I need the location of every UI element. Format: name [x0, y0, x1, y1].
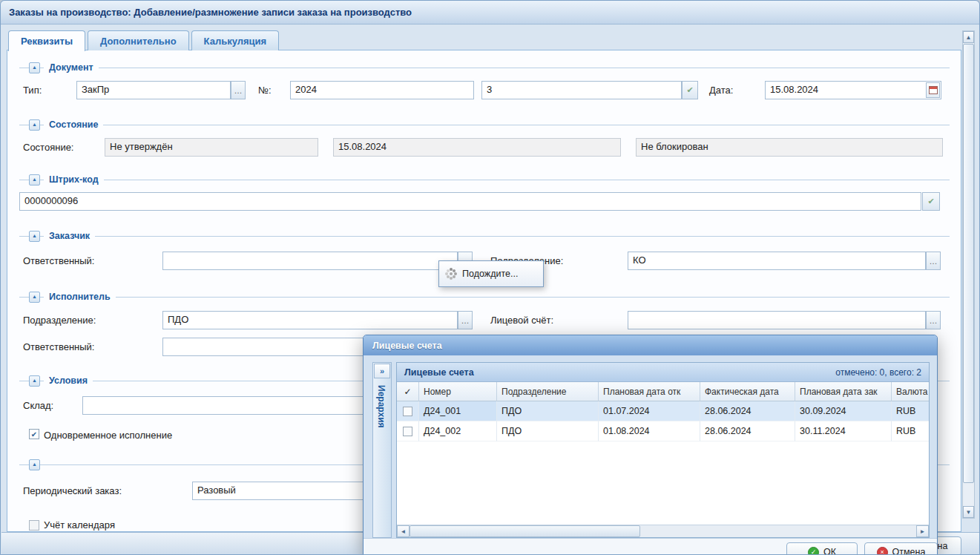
window-title: Заказы на производство: Добавление/размн…	[9, 7, 412, 18]
state-date-field: 15.08.2024	[333, 138, 621, 157]
table-row[interactable]: Д24_001 ПДО 01.07.2024 28.06.2024 30.09.…	[397, 401, 930, 421]
state-collapse-button[interactable]: ▲	[29, 119, 40, 131]
row-checkbox[interactable]	[403, 407, 412, 416]
accounts-panel: Лицевые счета отмечено: 0, всего: 2 ✓ Но…	[396, 362, 930, 538]
calendar-checkbox[interactable]	[29, 520, 39, 531]
scroll-right-button[interactable]: ►	[916, 525, 929, 537]
warehouse-label: Склад:	[23, 400, 53, 411]
customer-department-browse-button[interactable]: …	[926, 252, 941, 270]
state-label: Состояние:	[23, 142, 73, 153]
ok-button[interactable]: ✓ ОК	[786, 542, 858, 555]
column-header-currency[interactable]: Валюта	[892, 382, 930, 401]
collapse-up-icon: ▲	[32, 65, 37, 70]
executor-department-browse-button[interactable]: …	[458, 311, 473, 329]
cell-department: ПДО	[497, 421, 599, 441]
accounts-table-header: ✓ Номер Подразделение Плановая дата отк …	[397, 382, 930, 401]
conditions-collapse-button[interactable]: ▲	[29, 375, 40, 387]
scroll-left-button[interactable]: ◄	[397, 525, 410, 537]
collapse-up-icon: ▲	[32, 294, 37, 299]
barcode-apply-button[interactable]: ✔	[922, 192, 940, 211]
cell-currency: RUB	[892, 421, 930, 441]
column-header-department[interactable]: Подразделение	[497, 382, 599, 401]
collapse-up-icon: ▲	[32, 233, 37, 238]
simultaneous-checkbox[interactable]: ✔	[29, 429, 39, 439]
simultaneous-checkbox-label: Одновременное исполнение	[44, 430, 172, 441]
vertical-scrollbar-thumb[interactable]	[963, 44, 974, 483]
periodic-collapse-button[interactable]: ▲	[29, 459, 40, 470]
customer-group-line	[19, 236, 950, 237]
document-number-label: №:	[258, 85, 272, 96]
executor-account-label: Лицевой счёт:	[490, 315, 553, 326]
cell-plan-open: 01.08.2024	[599, 421, 700, 441]
calendar-icon	[929, 86, 938, 94]
cell-number: Д24_001	[419, 401, 497, 421]
accounts-dialog: Лицевые счета » Иерархия Лицевые счета о…	[363, 335, 938, 555]
document-type-browse-button[interactable]: …	[231, 81, 246, 99]
scroll-right-icon: ►	[920, 528, 926, 535]
cell-plan-close: 30.11.2024	[795, 421, 892, 441]
column-header-actual[interactable]: Фактическая дата	[700, 382, 795, 401]
scroll-down-button[interactable]: ▼	[963, 506, 974, 518]
ellipsis-icon: …	[461, 316, 470, 325]
document-number-apply-button[interactable]: ✔	[682, 81, 698, 99]
accounts-dialog-titlebar[interactable]: Лицевые счета	[364, 335, 937, 355]
document-number-input[interactable]: 3	[481, 81, 682, 99]
column-header-number[interactable]: Номер	[419, 382, 497, 401]
document-date-input[interactable]: 15.08.2024	[765, 81, 941, 99]
executor-account-browse-button[interactable]: …	[926, 311, 941, 329]
table-row[interactable]: Д24_002 ПДО 01.08.2024 28.06.2024 30.11.…	[397, 421, 930, 441]
column-header-check[interactable]: ✓	[397, 382, 419, 401]
document-collapse-button[interactable]: ▲	[29, 62, 40, 73]
customer-responsible-label: Ответственный:	[23, 255, 94, 266]
document-type-label: Тип:	[23, 85, 42, 96]
tab-rekvizity[interactable]: Реквизиты	[8, 30, 85, 51]
accounts-panel-title: Лицевые счета	[404, 367, 474, 378]
periodic-order-label: Периодический заказ:	[23, 485, 122, 496]
column-header-plan-open[interactable]: Плановая дата отк	[599, 382, 700, 401]
vertical-scrollbar[interactable]: ▲ ▼	[962, 30, 975, 519]
document-group-title: Документ	[44, 62, 99, 73]
state-lock-field: Не блокирован	[636, 138, 943, 157]
barcode-group-title: Штрих-код	[44, 174, 104, 185]
executor-group-line	[19, 297, 950, 298]
tab-dopolnitelno[interactable]: Дополнительно	[88, 30, 189, 50]
document-type-input[interactable]: ЗакПр	[76, 81, 231, 99]
row-checkbox[interactable]	[403, 427, 412, 436]
cell-checkbox	[397, 421, 419, 441]
document-date-calendar-button[interactable]	[926, 82, 940, 98]
window-titlebar: Заказы на производство: Добавление/размн…	[1, 1, 979, 24]
horizontal-scrollbar[interactable]: ◄ ►	[397, 525, 929, 537]
hierarchy-toggle-button[interactable]: »	[374, 364, 390, 378]
wait-popup-text: Подождите...	[462, 269, 518, 279]
barcode-input[interactable]: 0000000096	[19, 192, 921, 211]
chevron-double-right-icon: »	[380, 367, 384, 375]
executor-department-input[interactable]: ПДО	[162, 311, 458, 329]
cell-actual: 28.06.2024	[700, 421, 795, 441]
state-status-field: Не утверждён	[105, 138, 318, 157]
tab-kalkulyaciya[interactable]: Калькуляция	[191, 30, 280, 50]
customer-department-input[interactable]: КО	[628, 252, 926, 270]
check-icon: ✔	[31, 430, 37, 439]
document-number-year-input[interactable]: 2024	[290, 81, 474, 99]
barcode-collapse-button[interactable]: ▲	[29, 174, 40, 185]
accounts-dialog-title: Лицевые счета	[372, 341, 442, 351]
document-date-label: Дата:	[709, 85, 733, 96]
barcode-group-line	[19, 180, 950, 180]
executor-collapse-button[interactable]: ▲	[29, 292, 40, 303]
wait-popup: Подождите...	[438, 260, 544, 287]
marked-counter: отмечено: 0, всего: 2	[835, 367, 921, 378]
customer-responsible-input[interactable]	[162, 252, 458, 270]
scroll-up-button[interactable]: ▲	[963, 31, 974, 43]
ellipsis-icon: …	[930, 316, 938, 325]
executor-responsible-label: Ответственный:	[23, 341, 94, 352]
executor-account-input[interactable]	[628, 311, 926, 329]
ellipsis-icon: …	[930, 257, 938, 266]
customer-collapse-button[interactable]: ▲	[29, 231, 40, 242]
collapse-up-icon: ▲	[32, 177, 37, 182]
cancel-button[interactable]: × Отмена	[864, 542, 938, 555]
column-header-plan-close[interactable]: Плановая дата зак	[795, 382, 892, 401]
horizontal-scrollbar-thumb[interactable]	[410, 525, 640, 537]
cell-plan-close: 30.09.2024	[795, 401, 892, 421]
cancel-button-label: Отмена	[892, 547, 926, 555]
hierarchy-label[interactable]: Иерархия	[376, 385, 387, 428]
